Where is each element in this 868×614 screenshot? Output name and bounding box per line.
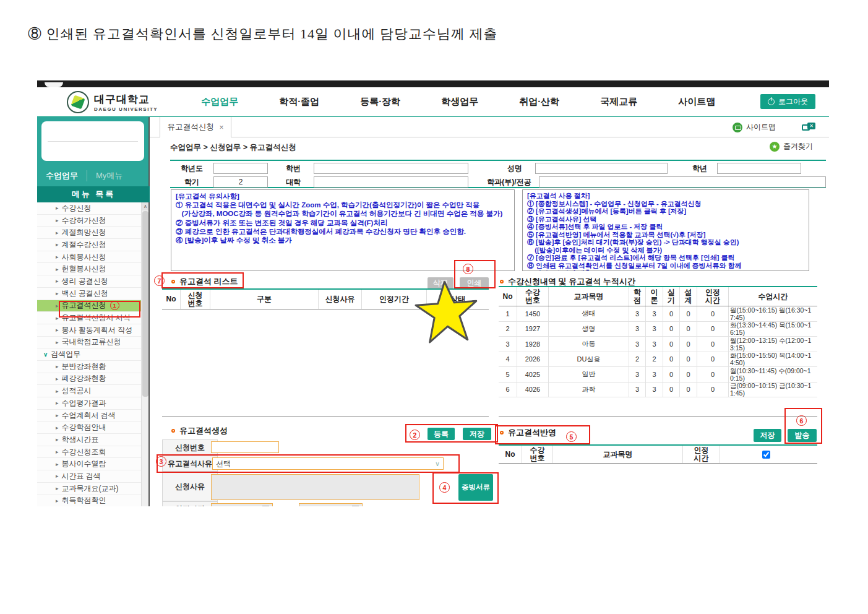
sidebar-item[interactable]: 수업계획서 검색 — [37, 410, 141, 422]
sidebar-item[interactable]: 수강신청조회 — [37, 446, 141, 459]
sidebar-item[interactable]: 수강허가신청 — [37, 215, 141, 227]
sidebar-item[interactable]: 폐강강좌현황 — [37, 373, 141, 386]
sidebar-item[interactable]: 검색업무 — [37, 348, 141, 361]
notice-cautions-box: [유고결석 유의사항]① 유고결석 적용은 대면수업 및 실시간 Zoom 수업… — [171, 189, 515, 271]
window-tab-notch — [45, 82, 63, 87]
tab-absence-application[interactable]: 유고결석신청 × — [160, 117, 231, 137]
table-cell: 0 — [697, 352, 729, 368]
sidebar-item[interactable]: 수업평가결과 — [37, 397, 141, 410]
chevron-down-icon — [435, 460, 440, 468]
sidebar-tab-main[interactable]: 수업업무 — [37, 170, 87, 181]
table-row[interactable]: 64026과학33000금(09:00~10:15) 금(10:30~11:45… — [499, 383, 817, 398]
sidebar-item[interactable]: 학생시간표 — [37, 434, 141, 446]
semester-input[interactable]: 2 — [213, 176, 268, 188]
sidebar-item[interactable]: 사회봉사신청 — [37, 251, 141, 264]
notice-line: ④ [발송]이후 날짜 수정 및 취소 불가 — [176, 236, 510, 244]
college-input[interactable] — [314, 176, 468, 188]
table-cell: 3 — [629, 322, 646, 337]
save-create-button[interactable]: 저장 — [463, 428, 491, 440]
sidebar-scrollbar[interactable]: ∧ — [141, 202, 148, 506]
request-no-input[interactable] — [211, 441, 279, 453]
student-info-form: 학년도 학번 성명 학년 학기 2 대학 학과(부)/전공 — [170, 160, 826, 188]
year-input[interactable] — [213, 163, 268, 174]
table-row[interactable]: 11450생태33000월(15:00~16:15) 월(16:30~17:45… — [499, 306, 817, 322]
notice-line: ③ 폐강으로 인한 유고결석은 단과대학행정실에서 폐강과목 수강신청자 명단 … — [176, 227, 510, 236]
nav-item[interactable]: 등록·장학 — [360, 96, 400, 108]
sidebar-item[interactable]: 취득학점확인 — [37, 495, 141, 507]
content-area: 유고결석신청 × 사이트맵 ✕ 수업업무 > 신청업무 > 유고결석신청 즐겨찾… — [150, 117, 829, 506]
absence-reason-select[interactable]: 선택 — [212, 457, 444, 470]
table-cell: 화(13:30~14:45) 목(15:00~16:15) — [729, 322, 817, 337]
sidebar-item[interactable]: 수강신청 — [37, 202, 141, 215]
notice-procedure-box: [유고결석 사용 절차]① [종합정보시스템] - 수업업무 - 신청업무 - … — [522, 189, 809, 271]
section-bullet-icon — [500, 431, 504, 435]
enrollment-table: No수강 번호교과목명학 점이 론실 기설 계인정 시간수업시간11450생태3… — [499, 286, 817, 397]
sidebar-item-label: 수강신청조회 — [62, 447, 106, 457]
sidebar-item[interactable]: 헌혈봉사신청 — [37, 263, 141, 275]
student-form-row-1: 학년도 학번 성명 학년 — [170, 162, 826, 175]
notice-line: ② [유고결석생성]메뉴에서 [등록]버튼 클릭 후 [저장] — [527, 207, 804, 215]
nav-item[interactable]: 사이트맵 — [678, 96, 715, 108]
register-button[interactable]: 등록 — [428, 428, 455, 440]
sidebar-item[interactable]: 백신 공결신청 — [37, 288, 141, 300]
sidebar-item[interactable]: 생리 공결신청 — [37, 275, 141, 288]
sidebar-item[interactable]: 봉사이수열람 — [37, 458, 141, 470]
sitemap-shortcut[interactable]: 사이트맵 — [733, 122, 776, 132]
marker-7: 7 — [154, 275, 165, 286]
logout-button[interactable]: 로그아웃 — [760, 94, 815, 109]
sidebar-item-label: 수강학점안내 — [62, 422, 106, 433]
nav-item[interactable]: 학생업무 — [441, 96, 478, 108]
request-reason-textarea[interactable] — [211, 474, 419, 500]
nav-item[interactable]: 국제교류 — [600, 96, 637, 108]
nav-item[interactable]: 수업업무 — [201, 96, 238, 108]
proof-documents-button[interactable]: 증빙서류 — [458, 474, 493, 501]
calendar-icon[interactable] — [262, 506, 269, 506]
table-cell: 1450 — [517, 306, 549, 322]
send-button[interactable]: 발송 — [788, 429, 817, 442]
sidebar-item-label: 유고결석신청 — [62, 300, 106, 311]
sidebar-item[interactable]: 유고결석신청서 서식 — [37, 312, 141, 324]
sidebar-tab-mymenu[interactable]: My메뉴 — [87, 170, 131, 181]
sidebar-item[interactable]: 계절수강신청 — [37, 239, 141, 251]
name-input[interactable] — [535, 163, 668, 174]
table-row[interactable]: 21927생명33000화(13:30~14:45) 목(15:00~16:15… — [499, 322, 817, 337]
save-apply-button[interactable]: 저장 — [754, 429, 781, 442]
sidebar-item[interactable]: 교과목개요(교과) — [37, 483, 141, 495]
studentno-input[interactable] — [314, 163, 468, 174]
nav-item[interactable]: 취업·산학 — [519, 96, 559, 108]
table-cell: 0 — [663, 383, 680, 398]
table-cell: 0 — [663, 367, 680, 383]
sidebar-item[interactable]: 계절희망신청 — [37, 227, 141, 239]
sidebar-item[interactable]: 성적공시 — [37, 385, 141, 397]
sidebar-item[interactable]: 시간표 검색 — [37, 470, 141, 483]
grade-input[interactable] — [717, 163, 801, 174]
period-end-input[interactable] — [299, 503, 363, 506]
select-all-checkbox[interactable] — [762, 451, 770, 459]
calendar-icon[interactable] — [352, 506, 359, 506]
university-logo[interactable]: 대구대학교 DAEGU UNIVERSITY — [67, 91, 158, 113]
notice-line: ⑧ 인쇄된 유고결석확인서를 신청일로부터 7일 이내에 증빙서류와 함께 — [527, 262, 804, 270]
notice-line: ② 증빙서류가 위조 또는 변조된 것일 경우 해당 교과목 실격(F)처리 — [176, 218, 510, 227]
sidebar-item[interactable]: 분반강좌현황 — [37, 361, 141, 373]
table-cell: 0 — [680, 306, 697, 322]
nav-item[interactable]: 학적·졸업 — [279, 96, 319, 108]
table-row[interactable]: 42026DU실용22000화(15:00~15:50) 목(14:00~14:… — [499, 352, 817, 368]
favorite-button[interactable]: 즐겨찾기 — [770, 141, 813, 152]
sidebar-item[interactable]: 유고결석신청1 — [37, 300, 141, 313]
table-cell: 4 — [499, 352, 517, 368]
sidebar-item[interactable]: 수강학점안내 — [37, 422, 141, 434]
absence-reason-label: 유고결석사유 — [162, 456, 218, 472]
period-start-input[interactable] — [211, 503, 273, 506]
sidebar-item[interactable]: 봉사 활동계획서 작성 — [37, 324, 141, 337]
sidebar-item-label: 사회봉사신청 — [62, 252, 106, 262]
table-row[interactable]: 54025일반33000월(10:30~11:45) 수(09:00~10:15… — [499, 367, 817, 383]
tab-close-icon[interactable]: × — [219, 123, 223, 132]
major-input[interactable] — [539, 176, 826, 188]
sidebar-item-label: 검색업무 — [51, 349, 80, 360]
table-cell: 3 — [629, 306, 646, 322]
close-all-tabs-icon[interactable]: ✕ — [802, 123, 815, 132]
scrollbar-thumb[interactable] — [142, 211, 148, 397]
sidebar-item[interactable]: 국내학점교류신청 — [37, 337, 141, 349]
scroll-up-icon[interactable]: ∧ — [142, 202, 148, 210]
table-row[interactable]: 31928아동33000월(12:00~13:15) 수(12:00~13:15… — [499, 337, 817, 352]
